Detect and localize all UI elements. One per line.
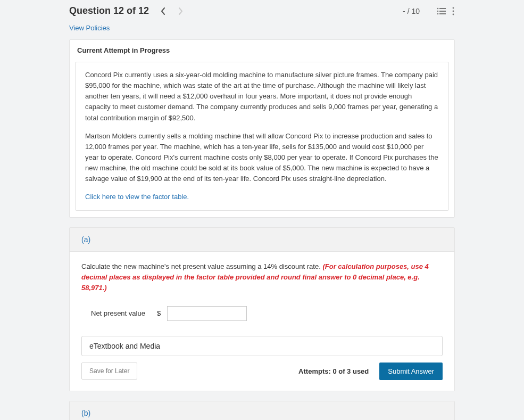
svg-point-2 xyxy=(437,10,439,12)
factor-table-link[interactable]: Click here to view the factor table. xyxy=(85,193,189,201)
chevron-left-icon xyxy=(161,7,166,15)
npv-label: Net present value xyxy=(91,309,145,317)
part-a-header: (a) xyxy=(70,228,454,252)
question-header: Question 12 of 12 - / 10 xyxy=(0,0,524,20)
question-title: Question 12 of 12 xyxy=(69,5,149,17)
svg-point-4 xyxy=(437,13,439,14)
part-a-label: (a) xyxy=(81,235,90,244)
problem-statement: Concord Pix currently uses a six-year-ol… xyxy=(75,62,449,211)
svg-rect-1 xyxy=(439,8,446,9)
more-options-button[interactable] xyxy=(452,7,455,15)
part-b-label: (b) xyxy=(81,409,90,417)
svg-point-7 xyxy=(453,10,454,12)
svg-point-8 xyxy=(453,13,454,15)
save-for-later-button[interactable]: Save for Later xyxy=(81,363,137,380)
currency-symbol: $ xyxy=(157,309,161,317)
prev-question-button[interactable] xyxy=(159,6,168,16)
part-a-card: (a) Calculate the new machine's net pres… xyxy=(69,227,455,391)
chevron-right-icon xyxy=(178,7,183,15)
attempts-remaining: Attempts: 0 of 3 used xyxy=(298,367,369,375)
npv-input[interactable] xyxy=(167,306,247,321)
part-a-instructions: Calculate the new machine's net present … xyxy=(81,261,443,293)
etextbook-media-button[interactable]: eTextbook and Media xyxy=(81,336,443,356)
svg-rect-5 xyxy=(439,13,446,14)
submit-answer-button[interactable]: Submit Answer xyxy=(379,363,443,380)
svg-point-6 xyxy=(453,7,454,9)
attempt-card: Current Attempt in Progress Concord Pix … xyxy=(69,39,455,218)
svg-point-0 xyxy=(437,7,439,9)
view-policies-link[interactable]: View Policies xyxy=(69,20,110,39)
attempt-heading: Current Attempt in Progress xyxy=(70,40,454,60)
part-b-header: (b) xyxy=(70,401,454,420)
question-list-button[interactable] xyxy=(437,7,446,15)
problem-paragraph-1: Concord Pix currently uses a six-year-ol… xyxy=(85,70,439,123)
svg-rect-3 xyxy=(439,11,446,12)
next-question-button xyxy=(176,6,185,16)
part-b-card: (b) Use Excel or a similar spreadsheet a… xyxy=(69,401,455,420)
part-a-instr-text: Calculate the new machine's net present … xyxy=(81,262,322,270)
question-nav xyxy=(159,6,185,16)
part-a-answer-row: Net present value $ xyxy=(81,293,443,332)
list-icon xyxy=(437,7,446,15)
part-a-actions: Save for Later Attempts: 0 of 3 used Sub… xyxy=(81,363,443,380)
question-score: - / 10 xyxy=(403,7,420,15)
kebab-icon xyxy=(452,7,455,15)
problem-paragraph-2: Martson Molders currently sells a moldin… xyxy=(85,131,439,185)
